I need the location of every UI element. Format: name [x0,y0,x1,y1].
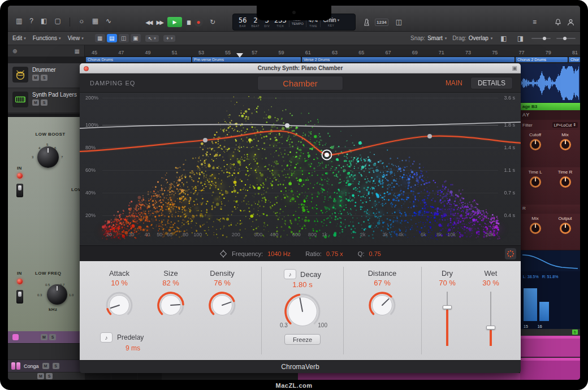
freeze-button[interactable]: Freeze [284,334,321,345]
snap-selector[interactable]: Snap: Smart ▾ [410,35,447,41]
rack-knob-mix[interactable]: Mix [550,130,580,167]
zoom-h-slider-handle[interactable] [543,37,546,40]
decay-value[interactable]: 1.80 s [266,280,339,289]
zoom-v-icon[interactable]: ◨ [515,35,526,42]
size-value[interactable]: 82 % [147,279,194,287]
bell-icon[interactable] [555,19,561,26]
rack-knob-time-r[interactable]: Time R [550,167,580,205]
playhead-marker[interactable] [236,53,243,58]
ratio-value[interactable]: 0.75 x [326,250,343,257]
solo-button[interactable]: S [41,99,47,106]
tab-details[interactable]: DETAILS [470,77,513,89]
eq-curve[interactable] [80,131,521,155]
midi-keyboard-icon[interactable]: ◫ [394,19,404,25]
bottom-region-strip[interactable] [162,373,520,380]
zoom-h-icon[interactable]: ◧ [498,35,509,42]
hidden-track-row[interactable]: M S [8,331,85,344]
split-view-icon[interactable]: ◫ [119,34,129,42]
mute-button[interactable]: M [32,75,39,81]
footswitch[interactable] [16,184,23,197]
rack-knob-mix[interactable]: Mix [520,214,550,250]
display-icon[interactable]: ☼ [76,18,87,27]
track-header-drummer[interactable]: DrummerMS [8,63,84,88]
mute-button[interactable]: M [37,373,44,379]
eq-point[interactable] [427,134,432,138]
solo-button[interactable]: S [41,75,47,81]
marker-region[interactable]: Pre-verse Drums [192,57,301,62]
decay-knob[interactable]: 0.3 100 [283,292,322,331]
footswitch[interactable] [16,290,23,304]
track-header-synth-pad-layers[interactable]: Synth Pad LayersMS [8,88,84,113]
particle-toggle-button[interactable] [505,248,516,259]
editors-icon[interactable]: ∿ [103,18,114,27]
panel-view-icon[interactable]: ▣ [131,34,141,42]
mixer-icon[interactable]: ▦ [90,18,101,27]
tab-main[interactable]: MAIN [446,79,462,87]
library-icon[interactable]: ▥ [14,18,24,27]
count-in-icon[interactable]: 1234 [375,19,388,26]
low-boost-knob[interactable] [37,146,59,168]
eq-point[interactable] [203,138,207,142]
predelay-value[interactable]: 9 ms [117,344,149,352]
grid-view-icon[interactable]: ▦ [95,34,105,42]
track-add-icon[interactable]: ⊕ [12,48,17,54]
predelay-sync-button[interactable]: ♪ [100,332,113,343]
dry-slider[interactable] [442,291,453,347]
marker-region[interactable]: Chor [569,57,580,62]
decay-sync-button[interactable]: ♪ [284,269,296,279]
slider-handle[interactable] [443,305,452,309]
stop-button[interactable]: ▮▮ [187,19,189,25]
mute-button[interactable]: M [42,363,49,369]
region-vintage-b3[interactable]: age B3 [520,103,580,110]
size-knob[interactable] [156,291,185,320]
attack-value[interactable]: 10 % [96,279,143,287]
marker-region[interactable]: Verse 2 Drums [302,57,514,62]
track-header-conga[interactable]: Conga M S [8,360,85,372]
mute-button[interactable]: M [41,334,47,340]
forward-button[interactable]: ▶▶ [157,19,163,25]
partial-track-row[interactable]: M S [8,372,85,380]
list-icon[interactable]: ≡ [530,19,539,25]
play-button[interactable]: ▶ [167,17,182,27]
midi-region[interactable] [520,336,580,357]
secondary-tool-selector[interactable]: +▾ [163,35,176,42]
attack-knob[interactable] [105,291,134,320]
damping-curve[interactable] [80,122,521,128]
rewind-button[interactable]: ◀◀ [145,19,152,25]
inspector-icon[interactable]: ◧ [38,18,49,27]
record-button[interactable]: ● [194,18,203,27]
track-zoom-icon[interactable]: ▦ [75,48,80,54]
user-icon[interactable] [567,19,574,26]
eq-point[interactable] [285,123,289,128]
q-value[interactable]: 0.75 [369,250,381,257]
room-type-selector[interactable]: Chamber [257,76,343,90]
rack-knob-output[interactable]: Output [550,214,580,250]
mute-button[interactable]: M [32,99,39,106]
close-button[interactable] [84,66,89,71]
drag-selector[interactable]: Drag: Overlap ▾ [452,35,492,41]
window-menu-icon[interactable]: ▣ [512,65,517,71]
toolbox-icon[interactable]: ▢ [52,18,63,27]
wet-slider[interactable] [485,291,496,347]
zoom-v-slider[interactable] [556,38,576,39]
rack-knob-cutoff[interactable]: Cutoff [520,130,550,167]
selected-eq-point[interactable] [325,153,329,157]
cycle-button[interactable]: ↻ [207,19,218,25]
plugin-window-titlebar[interactable]: Crunchy Synth: Piano Chamber ▣ [80,63,521,73]
solo-button[interactable]: S [49,334,56,340]
distance-knob[interactable] [368,291,397,320]
empty-track-row[interactable] [8,344,85,360]
low-freq-knob[interactable] [47,284,67,305]
audio-region-waveform[interactable] [520,63,580,103]
list-view-icon[interactable]: ▤ [107,34,117,42]
midi-region[interactable] [520,358,580,380]
distance-value[interactable]: 67 % [358,279,406,287]
chromaverb-window[interactable]: Crunchy Synth: Piano Chamber ▣ DAMPING E… [80,63,521,373]
solo-button[interactable]: S [53,363,59,369]
slider-handle[interactable] [486,326,495,330]
density-value[interactable]: 76 % [198,279,246,287]
menu-functions[interactable]: Functions▾ [33,35,61,41]
menu-edit[interactable]: Edit▾ [12,35,26,41]
dry-value[interactable]: 70 % [429,279,465,287]
marker-region[interactable]: Chorus 2 Drums [516,57,568,62]
